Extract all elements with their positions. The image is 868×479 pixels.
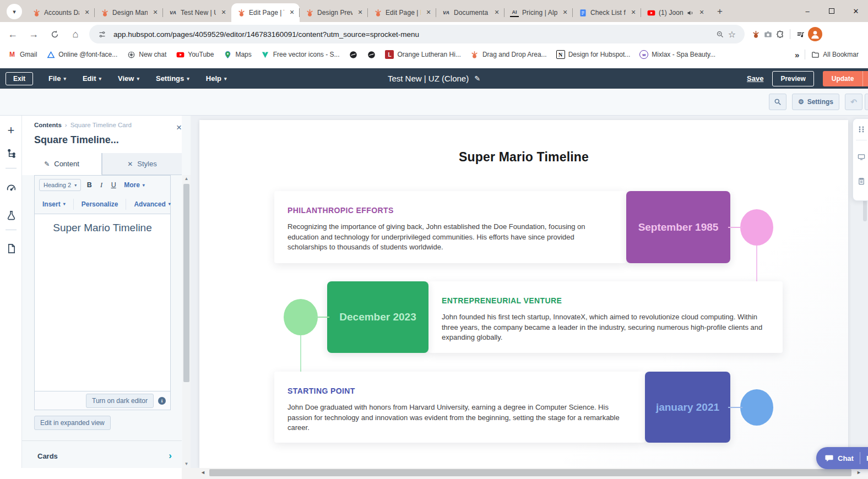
breadcrumb-contents-link[interactable]: Contents [34,122,62,128]
bookmark-item[interactable]: Online @font-face... [46,50,117,59]
camera-extension-icon[interactable] [763,30,772,39]
bookmark-item[interactable]: YouTube [176,50,214,59]
bookmark-item[interactable]: Maps [223,50,251,59]
tab-close-icon[interactable]: × [356,8,365,17]
menu-settings[interactable]: Settings▾ [156,74,189,83]
clipboard-icon[interactable] [853,177,868,185]
scroll-right-arrow[interactable]: ► [854,468,864,477]
redo-button[interactable]: ↷ [865,94,868,110]
save-button[interactable]: Save [747,74,763,83]
add-module-button[interactable]: + [0,123,22,138]
preview-button[interactable]: Preview [772,71,813,86]
tab-close-icon[interactable]: × [219,8,228,17]
browser-tab[interactable]: (1) Joon× [641,3,709,22]
bookmark-item[interactable]: Free vector icons - S... [261,50,340,59]
canvas-settings-button[interactable]: ⚙ Settings [792,94,839,110]
tab-close-icon[interactable]: × [151,8,160,17]
browser-tab[interactable]: Design Prev× [300,3,368,22]
tab-search-button[interactable]: ▾ [7,4,22,19]
browser-tab[interactable]: Accounts Da× [26,3,95,22]
tab-close-icon[interactable]: × [287,8,296,17]
rte-content-area[interactable]: Super Mario Timeline [35,214,170,391]
tab-close-icon[interactable]: × [83,8,91,17]
extensions-puzzle-icon[interactable] [775,30,784,39]
timeline-date-box[interactable]: September 1985 [626,191,730,263]
insert-menu-button[interactable]: Insert ▾ [35,199,73,210]
new-tab-button[interactable]: + [713,4,727,19]
timeline-date-box[interactable]: january 2021 [645,372,730,443]
menu-file[interactable]: File▾ [48,74,66,83]
underline-button[interactable]: U [110,181,117,189]
sidebar-scrollbar[interactable]: ▲ ▼ [182,175,191,468]
home-button[interactable]: ⌂ [67,26,84,42]
update-dropdown-caret[interactable]: ▾ [862,71,868,86]
tab-close-icon[interactable]: × [697,8,706,17]
site-tree-button[interactable] [0,149,22,159]
reload-button[interactable] [46,26,63,42]
page-doc-button[interactable] [0,243,22,254]
forward-button[interactable]: → [25,26,42,42]
back-button[interactable]: ← [4,26,21,42]
tab-audio-icon[interactable] [687,8,694,17]
canvas-page[interactable]: Super Mario Timeline PHILANTHROPIC EFFOR… [199,120,848,468]
bookmark-item[interactable]: Drag and Drop Area... [470,50,547,59]
zoom-page-icon[interactable] [714,28,726,40]
tab-styles[interactable]: ✕ Styles [102,153,182,175]
bold-button[interactable]: B [85,181,93,189]
browser-tab[interactable]: VATest New | U× [163,3,231,22]
device-preview-icon[interactable] [853,153,868,161]
menu-view[interactable]: View▾ [118,74,139,83]
browser-tab[interactable]: Check List f× [573,3,641,22]
close-window-button[interactable]: ✕ [844,2,868,20]
timeline-card[interactable]: ENTREPRENEURIAL VENTUREJohn founded his … [428,281,783,353]
bookmark-item[interactable]: NDesign for Hubspot... [556,50,631,59]
browser-tab[interactable]: Edit Page | D× [368,3,436,22]
bookmark-item[interactable]: New chat [127,50,166,59]
test-button[interactable] [0,210,22,221]
address-bar[interactable]: app.hubspot.com/pages/4059529/editor/146… [89,25,745,43]
cards-section-row[interactable]: Cards › [22,444,182,468]
scroll-left-arrow[interactable]: ◄ [198,468,208,477]
maximize-button[interactable] [820,2,844,20]
rte-content-text[interactable]: Super Mario Timeline [53,222,152,391]
bookmarks-overflow-chevron[interactable]: » [795,50,799,59]
personalize-button[interactable]: Personalize [73,199,126,210]
performance-button[interactable] [0,183,22,193]
update-button[interactable]: Update [823,71,863,86]
timeline-card[interactable]: STARTING POINTJohn Doe graduated with ho… [274,372,645,443]
advanced-menu-button[interactable]: Advanced ▾ [126,199,178,210]
bookmark-item[interactable]: MGmail [8,50,37,59]
bookmark-item[interactable]: LOrange Lutheran Hi... [385,50,460,59]
canvas-page-title[interactable]: Super Mario Timeline [199,150,848,165]
bookmark-item[interactable] [349,50,357,59]
more-menu-button[interactable]: More ▾ [124,181,145,189]
scroll-down-arrow[interactable]: ▼ [182,460,191,468]
chat-button[interactable]: Chat [838,454,854,462]
browser-tab[interactable]: AIPricing | Alp× [504,3,573,22]
scrollbar-thumb[interactable] [183,184,189,382]
playlist-extension-icon[interactable] [796,30,805,39]
drag-handle-icon[interactable] [853,126,868,133]
tab-content[interactable]: ✎ Content [22,153,102,175]
hubspot-extension-icon[interactable] [751,30,760,39]
tab-close-icon[interactable]: × [561,8,569,17]
tab-close-icon[interactable]: × [492,8,501,17]
heading-style-select[interactable]: Heading 2 ▾ [39,179,81,191]
exit-button[interactable]: Exit [6,72,33,85]
url-text[interactable]: app.hubspot.com/pages/4059529/editor/146… [113,30,714,39]
menu-help[interactable]: Help▾ [206,74,227,83]
timeline-card[interactable]: PHILANTHROPIC EFFORTSRecognizing the imp… [274,191,626,263]
menu-edit[interactable]: Edit▾ [83,74,101,83]
close-panel-button[interactable]: × [176,122,182,133]
tab-close-icon[interactable]: × [424,8,433,17]
canvas-search-button[interactable] [769,94,786,110]
hscrollbar-thumb[interactable] [209,469,851,476]
browser-tab-active[interactable]: Edit Page | T× [231,3,300,22]
canvas-horizontal-scrollbar[interactable]: ◄ ► [191,468,868,479]
undo-button[interactable]: ↶ [845,94,862,110]
timeline-date-box[interactable]: December 2023 [327,281,428,353]
bookmark-star-icon[interactable]: ☆ [726,28,738,40]
bookmark-item[interactable]: wMixlax - Spa Beauty... [639,50,715,59]
site-info-icon[interactable] [96,28,108,40]
dark-editor-toggle-button[interactable]: Turn on dark editor [86,394,154,408]
